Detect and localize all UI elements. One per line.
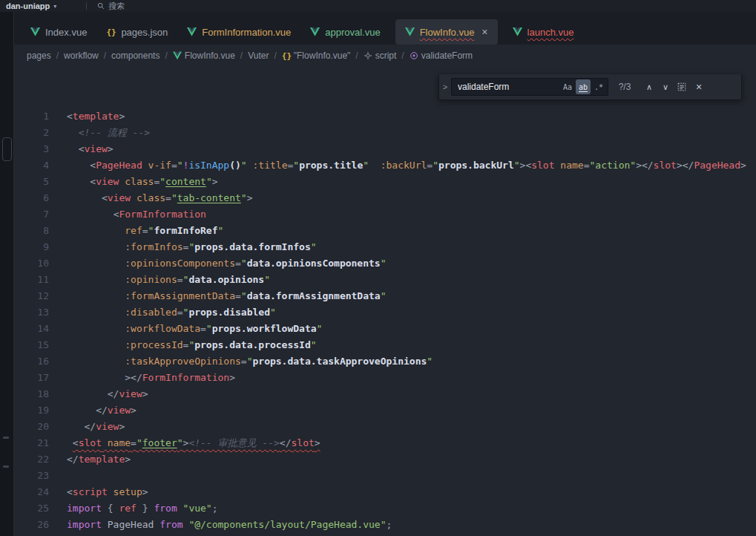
code-line[interactable]: 21 <slot name="footer"><!-- 审批意见 --></sl… bbox=[13, 435, 756, 451]
breadcrumb-separator: / bbox=[104, 50, 106, 61]
breadcrumb-label: components bbox=[111, 50, 160, 61]
activity-strip bbox=[0, 12, 14, 536]
code-text: <view> bbox=[79, 141, 114, 157]
code-line[interactable]: 11 :opinions="data.opinions" bbox=[13, 272, 756, 288]
code-line[interactable]: 13 :disabled="props.disabled" bbox=[13, 304, 756, 321]
code-line[interactable]: 15 :processId="props.data.processId" bbox=[13, 337, 756, 353]
tab-FlowInfo.vue[interactable]: FlowInfo.vue× bbox=[395, 19, 498, 45]
breadcrumb-item-pages[interactable]: pages bbox=[27, 50, 51, 61]
line-number: 20 bbox=[13, 419, 49, 435]
code-line[interactable]: 20 </view> bbox=[13, 419, 756, 435]
tab-pages.json[interactable]: {}pages.json bbox=[96, 19, 177, 45]
code-line[interactable]: 25import { ref } from "vue"; bbox=[13, 500, 756, 517]
breadcrumb-item-FlowInfo.vue[interactable]: {}"FlowInfo.vue" bbox=[282, 50, 351, 61]
code-text: :processId="props.data.processId" bbox=[125, 337, 316, 353]
search-label: 搜索 bbox=[108, 1, 125, 12]
breadcrumb-item-script[interactable]: script bbox=[364, 50, 397, 61]
code-line[interactable]: 26import PageHead from "@/components/lay… bbox=[13, 517, 756, 533]
code-line[interactable]: 1<template> bbox=[13, 108, 756, 125]
line-number: 19 bbox=[13, 402, 49, 419]
tab-label: FlowInfo.vue bbox=[420, 27, 475, 38]
regex-toggle[interactable]: .* bbox=[591, 79, 606, 94]
code-text: :disabled="props.disabled" bbox=[125, 304, 276, 321]
line-number: 22 bbox=[13, 451, 49, 468]
code-text: import PageHead from "@/components/layou… bbox=[67, 517, 392, 533]
code-editor[interactable]: 1<template>2 <!-- 流程 -->3 <view>4 <PageH… bbox=[13, 67, 756, 536]
global-search[interactable]: 搜索 bbox=[97, 1, 125, 12]
chevron-down-icon[interactable]: ▾ bbox=[53, 3, 56, 10]
breadcrumb-label: FlowInfo.vue bbox=[185, 50, 235, 61]
breadcrumb-label: workflow bbox=[64, 50, 99, 61]
line-number: 7 bbox=[13, 206, 49, 223]
breadcrumb-item-validateForm[interactable]: validateForm bbox=[410, 50, 473, 61]
braces-icon: {} bbox=[282, 51, 291, 61]
code-text: :taskApproveOpinions="props.data.taskApp… bbox=[125, 353, 433, 370]
match-case-toggle[interactable]: Aa bbox=[560, 79, 575, 94]
code-text: import { ref } from "vue"; bbox=[67, 500, 218, 517]
previous-match-icon[interactable]: ∧ bbox=[641, 82, 657, 92]
tab-strip: Index.vue{}pages.jsonFormInformation.vue… bbox=[0, 12, 756, 45]
tab-approval.vue[interactable]: approval.vue bbox=[300, 19, 389, 45]
close-find-icon[interactable]: × bbox=[690, 81, 708, 93]
line-number: 21 bbox=[13, 435, 49, 451]
line-number: 2 bbox=[13, 125, 49, 141]
line-number: 23 bbox=[13, 468, 49, 484]
vue-icon bbox=[187, 27, 197, 37]
code-line[interactable]: 5 <view class="content"> bbox=[13, 174, 756, 190]
breadcrumb-separator: / bbox=[165, 50, 167, 61]
code-line[interactable]: 4 <PageHead v-if="!isInApp()" :title="pr… bbox=[13, 157, 756, 174]
line-number: 24 bbox=[13, 484, 49, 500]
code-line[interactable]: 8 ref="formInfoRef" bbox=[13, 223, 756, 239]
find-widget: > validateForm Aa ab .* ?/3 ∧ ∨ × bbox=[438, 74, 742, 100]
close-tab-icon[interactable]: × bbox=[481, 27, 487, 37]
code-line[interactable]: 19 </view> bbox=[13, 402, 756, 419]
breadcrumb-item-Vuter[interactable]: Vuter bbox=[248, 50, 269, 61]
breadcrumb-label: Vuter bbox=[248, 50, 269, 61]
line-number: 4 bbox=[13, 157, 49, 174]
code-text: :opinionsComponents="data.opinionsCompon… bbox=[125, 255, 386, 272]
breadcrumb-item-workflow[interactable]: workflow bbox=[64, 50, 99, 61]
line-number: 26 bbox=[13, 517, 49, 533]
code-line[interactable]: 17 ></FormInformation> bbox=[13, 370, 756, 386]
vue-icon bbox=[310, 27, 321, 37]
tab-Index.vue[interactable]: Index.vue bbox=[21, 19, 96, 45]
line-number: 1 bbox=[13, 108, 49, 125]
code-line[interactable]: 23 bbox=[13, 468, 756, 484]
breadcrumb-label: validateForm bbox=[421, 50, 473, 61]
line-number: 9 bbox=[13, 239, 49, 255]
tab-launch.vue[interactable]: launch.vue bbox=[503, 19, 584, 45]
find-input[interactable]: validateForm Aa ab .* bbox=[451, 78, 608, 96]
line-number: 17 bbox=[13, 370, 49, 386]
code-line[interactable]: 14 :workflowData="props.workflowData" bbox=[13, 321, 756, 337]
code-text: <view class="tab-content"> bbox=[102, 190, 253, 206]
code-line[interactable]: 22</template> bbox=[13, 451, 756, 468]
code-line[interactable]: 6 <view class="tab-content"> bbox=[13, 190, 756, 206]
code-line[interactable]: 2 <!-- 流程 --> bbox=[13, 125, 756, 141]
next-match-icon[interactable]: ∨ bbox=[657, 82, 674, 92]
code-line[interactable]: 7 <FormInformation bbox=[13, 206, 756, 223]
code-line[interactable]: 18 </view> bbox=[13, 386, 756, 402]
code-text: :formAssignmentData="data.formAssignment… bbox=[125, 288, 386, 304]
find-in-selection-icon[interactable] bbox=[674, 82, 690, 92]
code-text: </view> bbox=[108, 386, 148, 402]
code-text: ></FormInformation> bbox=[125, 370, 235, 386]
whole-word-toggle[interactable]: ab bbox=[576, 79, 591, 94]
breadcrumb-item-components[interactable]: components bbox=[111, 50, 160, 61]
toggle-replace-icon[interactable]: > bbox=[439, 82, 451, 91]
tab-FormInformation.vue[interactable]: FormInformation.vue bbox=[177, 19, 300, 45]
code-line[interactable]: 3 <view> bbox=[13, 141, 756, 157]
vue-icon bbox=[513, 27, 523, 37]
code-line[interactable]: 9 :formInfos="props.data.formInfos" bbox=[13, 239, 756, 255]
title-bar: dan-uniapp ▾ 搜索 bbox=[0, 0, 756, 12]
code-line[interactable]: 12 :formAssignmentData="data.formAssignm… bbox=[13, 288, 756, 304]
code-text: <view class="content"> bbox=[90, 174, 217, 190]
cropped-glyph bbox=[3, 465, 9, 468]
find-query-text[interactable]: validateForm bbox=[458, 82, 559, 92]
breadcrumb-item-FlowInfo.vue[interactable]: FlowInfo.vue bbox=[173, 50, 235, 61]
code-line[interactable]: 16 :taskApproveOpinions="props.data.task… bbox=[13, 353, 756, 370]
code-line[interactable]: 10 :opinionsComponents="data.opinionsCom… bbox=[13, 255, 756, 272]
line-number: 15 bbox=[13, 337, 49, 353]
line-number: 6 bbox=[13, 190, 49, 206]
code-line[interactable]: 24<script setup> bbox=[13, 484, 756, 500]
project-name[interactable]: dan-uniapp bbox=[6, 1, 50, 10]
